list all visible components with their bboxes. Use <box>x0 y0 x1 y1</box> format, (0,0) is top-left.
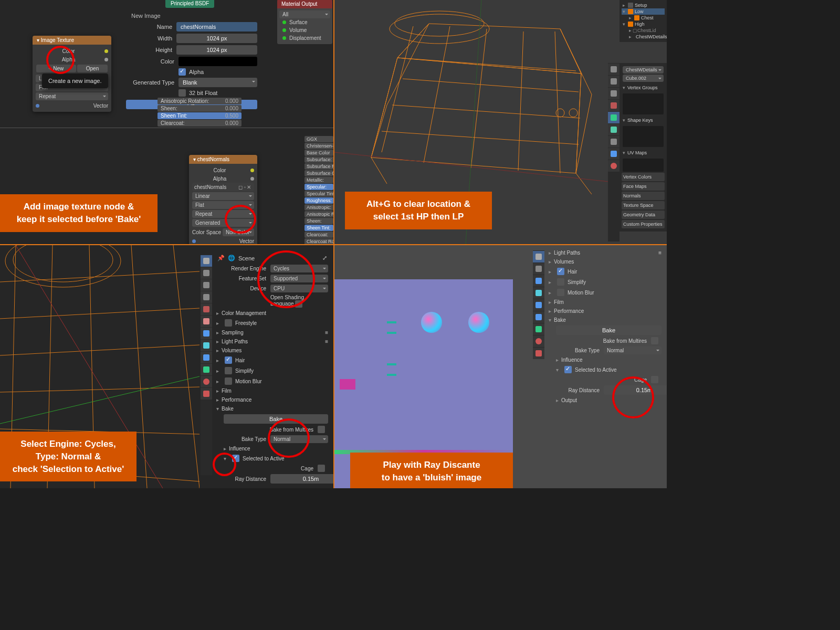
outliner-item[interactable]: Low <box>635 9 644 14</box>
vertex-groups-section[interactable]: Vertex Groups <box>627 85 658 90</box>
cage-check[interactable] <box>318 465 325 472</box>
shape-keys-section[interactable]: Shape Keys <box>627 118 653 123</box>
outliner-panel[interactable]: ▸Setup ▾Low ▸Chest ▾High ▸▢ChestLid ▸Che… <box>620 0 667 42</box>
tab-world[interactable] <box>533 287 544 299</box>
vertex-colors-section[interactable]: Vertex Colors <box>622 173 665 181</box>
volumes-section[interactable]: Volumes <box>554 259 574 265</box>
chest-normals-node[interactable]: ▾ chestNormals Color Alpha chestNormals … <box>189 155 257 244</box>
lightpaths-section[interactable]: Light Paths <box>222 339 248 344</box>
tab-render[interactable] <box>533 251 544 262</box>
preset-icon[interactable]: ≡ <box>658 250 662 256</box>
tab-data[interactable] <box>533 323 544 335</box>
name-input[interactable] <box>176 22 257 32</box>
color-management-section[interactable]: Color Management <box>222 310 266 316</box>
tab-particles[interactable] <box>608 136 620 148</box>
tab-render[interactable] <box>201 255 212 267</box>
cage-check[interactable] <box>651 376 658 383</box>
preset-icon[interactable]: ≡ <box>325 339 328 344</box>
tab-scene[interactable] <box>201 291 212 303</box>
influence-section[interactable]: Influence <box>561 357 583 363</box>
custom-properties-section[interactable]: Custom Properties <box>622 220 665 228</box>
osl-checkbox[interactable] <box>295 300 302 308</box>
width-input[interactable] <box>176 34 257 43</box>
hair-section[interactable]: Hair <box>235 358 245 363</box>
performance-section[interactable]: Performance <box>554 308 584 314</box>
tab-output[interactable] <box>533 263 544 275</box>
tab-world[interactable] <box>201 303 212 315</box>
uv-maps-section[interactable]: UV Maps <box>627 150 647 155</box>
bake-type-dropdown[interactable]: Normal <box>270 435 328 443</box>
tab-modifiers[interactable] <box>201 328 212 339</box>
colorspace-dropdown[interactable]: Non-Color <box>223 228 254 236</box>
tab-viewlayer[interactable] <box>201 279 212 291</box>
tab-output[interactable] <box>201 267 212 279</box>
influence-section[interactable]: Influence <box>229 446 250 452</box>
preset-icon[interactable]: ≡ <box>325 330 328 335</box>
color-swatch[interactable] <box>178 57 257 66</box>
outliner-item[interactable]: Setup <box>635 3 647 8</box>
tab-texture[interactable] <box>201 388 212 400</box>
texture-space-section[interactable]: Texture Space <box>622 201 665 209</box>
open-image-button[interactable]: Open <box>77 65 108 72</box>
performance-section[interactable]: Performance <box>222 397 251 403</box>
geometry-data-section[interactable]: Geometry Data <box>622 211 665 219</box>
volumes-section[interactable]: Volumes <box>222 348 242 353</box>
tab-scene[interactable] <box>533 275 544 287</box>
sampling-section[interactable]: Sampling <box>222 330 244 335</box>
hair-check[interactable] <box>557 268 564 275</box>
simplify-check[interactable] <box>557 278 564 286</box>
engine-dropdown[interactable]: Cycles <box>270 265 328 272</box>
tab-object[interactable] <box>533 299 544 311</box>
tab-object-data[interactable] <box>608 112 620 123</box>
tab-modifiers[interactable] <box>608 124 620 135</box>
outliner-item[interactable]: Chest <box>641 15 654 20</box>
selected-to-active-check[interactable] <box>232 455 239 462</box>
freestyle-check[interactable] <box>225 319 232 327</box>
tab-output[interactable] <box>608 76 620 87</box>
tab-render[interactable] <box>608 64 620 75</box>
film-section[interactable]: Film <box>222 388 232 394</box>
chest-ext-dropdown[interactable]: Repeat <box>192 210 254 218</box>
hair-section[interactable]: Hair <box>568 269 577 275</box>
face-maps-section[interactable]: Face Maps <box>622 182 665 191</box>
tab-scene[interactable] <box>608 88 620 99</box>
object-dropdown[interactable]: ChestWDetails <box>623 66 664 74</box>
float-checkbox[interactable] <box>178 89 186 97</box>
outliner-item[interactable]: ChestWDetails <box>636 34 667 39</box>
motionblur-check[interactable] <box>557 289 564 296</box>
selected-to-active-check[interactable] <box>564 366 572 373</box>
new-image-button[interactable]: + New <box>36 65 76 72</box>
ray-distance-input[interactable] <box>270 474 333 484</box>
outliner-item[interactable]: High <box>635 22 645 27</box>
motionblur-section[interactable]: Motion Blur <box>235 379 262 384</box>
material-output-node[interactable]: Material Output All Surface Volume Displ… <box>277 0 332 44</box>
tab-constraints[interactable] <box>533 311 544 323</box>
tab-texture[interactable] <box>533 348 544 359</box>
bake-type-dropdown[interactable]: Normal <box>604 346 662 354</box>
alpha-checkbox[interactable] <box>178 68 186 76</box>
viewport-3d[interactable]: .w{stroke:#ff8c1a;stroke-width:1;fill:no… <box>334 0 667 244</box>
bake-multires-check[interactable] <box>318 426 325 433</box>
simplify-check[interactable] <box>225 367 232 374</box>
expand-icon[interactable]: ⤢ <box>322 255 327 261</box>
lightpaths-section[interactable]: Light Paths <box>554 250 580 256</box>
motionblur-section[interactable]: Motion Blur <box>568 290 594 296</box>
image-datablock-icons[interactable]: ◻▫✕ <box>238 184 252 190</box>
tab-object[interactable] <box>201 316 212 327</box>
outliner-item[interactable]: ChestLid <box>637 28 656 33</box>
tab-particles[interactable] <box>201 340 212 351</box>
bake-section[interactable]: Bake <box>222 406 234 412</box>
data-properties-panel[interactable]: ChestWDetails Cube.002 ▾Vertex Groups ▾S… <box>620 63 667 232</box>
simplify-section[interactable]: Simplify <box>235 368 254 374</box>
film-section[interactable]: Film <box>554 299 564 305</box>
hair-check[interactable] <box>225 356 232 364</box>
tab-world[interactable] <box>608 100 620 111</box>
height-input[interactable] <box>176 45 257 55</box>
gentype-dropdown[interactable]: Blank <box>178 78 257 87</box>
tab-material[interactable] <box>201 376 212 387</box>
bake-section[interactable]: Bake <box>554 317 566 323</box>
motionblur-check[interactable] <box>225 377 232 385</box>
extension-dropdown[interactable]: Repeat <box>36 92 108 100</box>
tab-physics[interactable] <box>201 352 212 363</box>
bake-button[interactable]: Bake <box>556 326 662 335</box>
